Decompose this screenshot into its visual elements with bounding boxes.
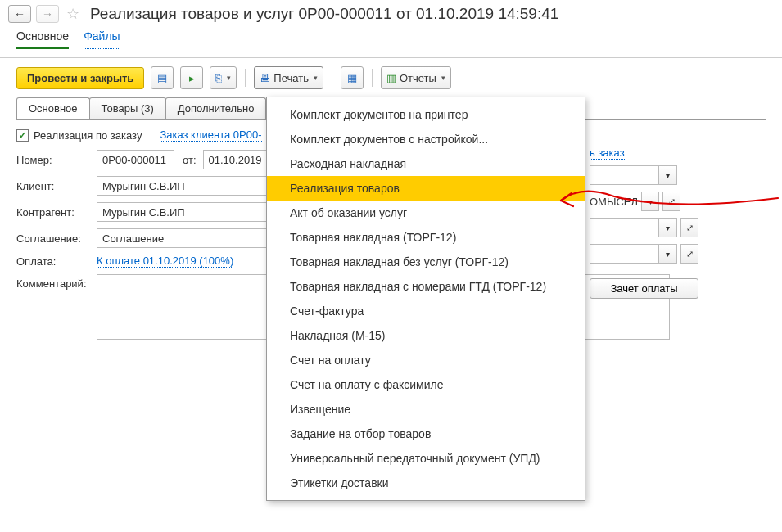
print-menu-item[interactable]: Товарная накладная (ТОРГ-12): [267, 225, 585, 250]
right-open-3[interactable]: ⤢: [680, 244, 698, 264]
toolbar-separator-2: [332, 69, 332, 87]
print-dropdown-menu: Комплект документов на принтерКомплект д…: [266, 97, 585, 501]
unknown-picker-1[interactable]: ▾: [659, 165, 677, 185]
doc-icon: ⎘: [215, 72, 222, 84]
by-order-link[interactable]: Заказ клиента 0Р00-: [160, 128, 261, 142]
page-title: Реализация товаров и услуг 0Р00-000011 о…: [90, 5, 558, 23]
tab-extra[interactable]: Дополнительно: [165, 97, 267, 119]
print-menu-item[interactable]: Счет на оплату: [267, 348, 585, 372]
subnav-main[interactable]: Основное: [16, 29, 69, 49]
tab-goods[interactable]: Товары (3): [89, 97, 166, 119]
print-menu-item[interactable]: Реализация товаров: [267, 176, 585, 201]
tab-main[interactable]: Основное: [16, 97, 90, 119]
number-input[interactable]: 0Р00-000011: [97, 150, 174, 169]
printer-icon: 🖶: [260, 72, 270, 84]
by-order-checkbox[interactable]: ✓: [16, 129, 29, 142]
print-menu-item[interactable]: Извещение: [267, 397, 585, 422]
reports-label: Отчеты: [400, 72, 436, 84]
toolbar-separator-3: [372, 69, 373, 87]
print-label: Печать: [273, 72, 309, 84]
print-menu-item[interactable]: Товарная накладная без услуг (ТОРГ-12): [267, 250, 585, 274]
favorite-star-icon[interactable]: ☆: [64, 5, 82, 23]
print-menu-item[interactable]: Акт об оказании услуг: [267, 201, 585, 225]
post-and-close-button[interactable]: Провести и закрыть: [16, 67, 144, 89]
structure-button[interactable]: ▦: [341, 66, 364, 89]
by-order-label: Реализация по заказу: [34, 129, 142, 142]
print-button[interactable]: 🖶 Печать: [254, 66, 323, 89]
number-label: Номер:: [16, 154, 97, 166]
right-open-1[interactable]: ⤢: [662, 192, 680, 211]
client-label: Клиент:: [16, 180, 97, 192]
payment-link[interactable]: К оплате 01.10.2019 (100%): [97, 255, 233, 268]
floppy-icon: ▤: [157, 72, 167, 84]
print-menu-item[interactable]: Универсальный передаточный документ (УПД…: [267, 446, 585, 471]
right-open-2[interactable]: ⤢: [680, 218, 698, 237]
print-menu-item[interactable]: Счет на оплату с факсимиле: [267, 372, 585, 397]
nav-forward-button[interactable]: →: [36, 5, 59, 23]
print-menu-item[interactable]: Накладная (М-15): [267, 323, 585, 348]
comment-label: Комментарий:: [16, 274, 97, 290]
offset-payment-button[interactable]: Зачет оплаты: [590, 278, 698, 299]
right-order-link[interactable]: ь заказ: [590, 147, 625, 160]
create-based-on-button[interactable]: ⎘: [210, 66, 237, 89]
unknown-input-1[interactable]: [590, 165, 659, 185]
payment-label: Оплата:: [16, 255, 97, 268]
list-icon: ▦: [347, 72, 357, 84]
counterparty-input[interactable]: Мурыгин С.В.ИП: [97, 202, 269, 222]
print-menu-item[interactable]: Расходная накладная: [267, 151, 585, 176]
unknown-input-3[interactable]: [590, 244, 659, 264]
report-icon: ▥: [386, 72, 396, 84]
toolbar-separator: [245, 69, 246, 87]
subnav-files[interactable]: Файлы: [84, 29, 120, 49]
counterparty-label: Контрагент:: [16, 206, 97, 219]
print-menu-item[interactable]: Комплект документов на принтер: [267, 102, 585, 127]
agreement-input[interactable]: Соглашение: [97, 228, 269, 248]
post-icon: ▸: [189, 72, 195, 84]
right-value: ОМЫСЕЛ: [590, 196, 638, 208]
client-input[interactable]: Мурыгин С.В.ИП: [97, 176, 269, 196]
print-menu-item[interactable]: Товарная накладная с номерами ГТД (ТОРГ-…: [267, 274, 585, 299]
print-menu-item[interactable]: Этикетки доставки: [267, 471, 585, 495]
save-button[interactable]: ▤: [151, 66, 174, 89]
reports-button[interactable]: ▥ Отчеты: [381, 66, 451, 89]
print-menu-item[interactable]: Задание на отбор товаров: [267, 422, 585, 446]
unknown-picker-3[interactable]: ▾: [659, 244, 677, 264]
print-menu-item[interactable]: Счет-фактура: [267, 299, 585, 323]
nav-back-button[interactable]: ←: [8, 5, 31, 23]
print-menu-item[interactable]: Комплект документов с настройкой...: [267, 127, 585, 151]
right-picker[interactable]: ▾: [641, 192, 659, 211]
unknown-input-2[interactable]: [590, 218, 659, 237]
agreement-label: Соглашение:: [16, 232, 97, 245]
date-input[interactable]: 01.10.2019: [203, 150, 269, 169]
from-label: от:: [183, 154, 197, 166]
unknown-picker-2[interactable]: ▾: [659, 218, 677, 237]
post-button[interactable]: ▸: [180, 66, 203, 89]
